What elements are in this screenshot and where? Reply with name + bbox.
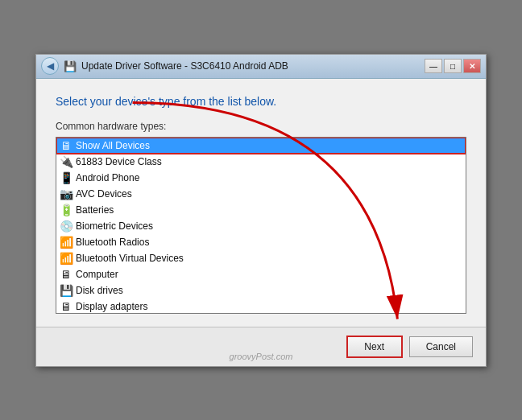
list-item[interactable]: 📱Android Phone bbox=[56, 170, 466, 186]
close-button[interactable]: ✕ bbox=[463, 59, 481, 73]
title-bar-left: ◀ 💾 Update Driver Software - S3C6410 And… bbox=[41, 57, 425, 75]
main-window: ◀ 💾 Update Driver Software - S3C6410 And… bbox=[35, 54, 487, 367]
content-area: Select your device's type from the list … bbox=[36, 79, 486, 327]
device-list-container: 🖥Show All Devices🔌61883 Device Class📱And… bbox=[56, 137, 466, 314]
list-item-icon: 📱 bbox=[60, 171, 72, 184]
list-item-label: Disk drives bbox=[76, 285, 123, 296]
list-item-icon: 📶 bbox=[60, 252, 72, 265]
list-item[interactable]: 🖥Display adapters bbox=[56, 299, 466, 313]
list-item-label: Show All Devices bbox=[76, 140, 150, 151]
title-controls: — □ ✕ bbox=[425, 59, 481, 73]
list-item-label: Batteries bbox=[76, 204, 114, 216]
list-item-icon: 🔌 bbox=[60, 155, 72, 168]
list-item-label: AVC Devices bbox=[76, 188, 132, 200]
list-item[interactable]: 📶Bluetooth Virtual Devices bbox=[56, 250, 466, 266]
maximize-button[interactable]: □ bbox=[444, 59, 462, 73]
list-item-icon: 📷 bbox=[60, 187, 72, 200]
list-item[interactable]: 📶Bluetooth Radios bbox=[56, 234, 466, 250]
list-item[interactable]: 🖥Show All Devices bbox=[56, 138, 466, 154]
list-item[interactable]: 🖥Computer bbox=[56, 266, 466, 282]
next-button[interactable]: Next bbox=[346, 336, 403, 358]
list-item-icon: 🖥 bbox=[60, 139, 72, 152]
list-item-icon: 💿 bbox=[60, 220, 72, 233]
back-button[interactable]: ◀ bbox=[41, 57, 59, 75]
footer: Next Cancel groovyPost.com bbox=[36, 327, 486, 366]
list-item-label: 61883 Device Class bbox=[76, 156, 162, 167]
list-item-label: Bluetooth Radios bbox=[76, 237, 149, 248]
list-item-label: Biometric Devices bbox=[76, 220, 153, 232]
instruction-text: Select your device's type from the list … bbox=[56, 95, 466, 108]
device-list[interactable]: 🖥Show All Devices🔌61883 Device Class📱And… bbox=[56, 138, 466, 313]
title-bar: ◀ 💾 Update Driver Software - S3C6410 And… bbox=[36, 55, 486, 79]
list-item[interactable]: 🔋Batteries bbox=[56, 202, 466, 218]
title-icon: 💾 bbox=[64, 60, 77, 72]
list-item-icon: 📶 bbox=[60, 236, 72, 249]
window-title: Update Driver Software - S3C6410 Android… bbox=[81, 60, 288, 72]
minimize-button[interactable]: — bbox=[425, 59, 442, 73]
list-item-icon: 💾 bbox=[60, 284, 72, 297]
list-item[interactable]: 📷AVC Devices bbox=[56, 186, 466, 202]
list-item-icon: 🖥 bbox=[60, 268, 72, 281]
list-label: Common hardware types: bbox=[56, 121, 466, 132]
list-item-label: Android Phone bbox=[76, 172, 139, 183]
list-item-label: Bluetooth Virtual Devices bbox=[76, 253, 184, 264]
cancel-button[interactable]: Cancel bbox=[409, 336, 473, 357]
list-item[interactable]: 🔌61883 Device Class bbox=[56, 154, 466, 170]
list-item-icon: 🖥 bbox=[60, 300, 72, 313]
list-item[interactable]: 💿Biometric Devices bbox=[56, 218, 466, 234]
list-item[interactable]: 💾Disk drives bbox=[56, 282, 466, 299]
list-item-icon: 🔋 bbox=[60, 204, 72, 216]
list-item-label: Computer bbox=[76, 269, 118, 280]
list-item-label: Display adapters bbox=[76, 301, 147, 312]
watermark: groovyPost.com bbox=[230, 352, 293, 361]
